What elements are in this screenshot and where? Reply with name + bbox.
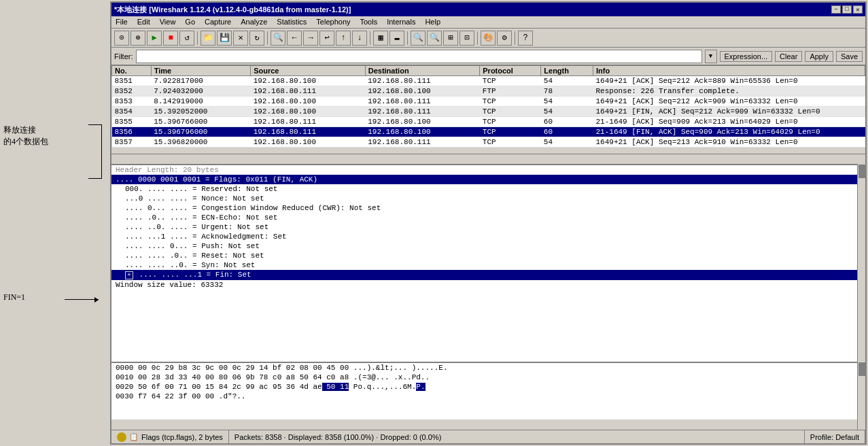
toolbar-interfaces[interactable]: ⊙ xyxy=(114,31,129,46)
toolbar-sep6 xyxy=(515,31,515,45)
filter-bar: Filter: ▼ Expression... Clear Apply Save xyxy=(111,48,865,65)
col-protocol: Protocol xyxy=(480,66,541,76)
detail-scroll-thumb[interactable] xyxy=(858,165,865,178)
toolbar-save[interactable]: 💾 xyxy=(217,31,232,46)
cell-dst: 192.168.80.111 xyxy=(365,107,480,117)
hex-vscroll[interactable] xyxy=(857,362,865,430)
toolbar-up[interactable]: ↑ xyxy=(336,31,351,46)
detail-row[interactable]: .... .... 0... = Push: Not set xyxy=(111,241,865,251)
menu-telephony[interactable]: Telephony xyxy=(315,18,351,27)
annotation-text-fin: FIN=1 xyxy=(3,292,25,303)
toolbar-view1[interactable]: ▦ xyxy=(373,31,388,46)
toolbar-fwd[interactable]: → xyxy=(303,31,318,46)
detail-row[interactable]: .... 0000 0001 0001 = Flags: 0x011 (FIN,… xyxy=(111,175,865,184)
cell-no: 8356 xyxy=(112,127,152,137)
toolbar-reload[interactable]: ↻ xyxy=(249,31,264,46)
horizontal-scrollbar[interactable] xyxy=(111,154,865,162)
table-row[interactable]: 8351 7.922817000 192.168.80.100 192.168.… xyxy=(112,76,865,86)
toolbar-zoom-full[interactable]: ⊡ xyxy=(459,31,474,46)
menu-file[interactable]: File xyxy=(114,18,129,27)
table-row[interactable]: 8357 15.396820000 192.168.80.100 192.168… xyxy=(112,137,865,148)
close-button[interactable]: ✕ xyxy=(853,5,863,14)
cell-time: 8.142919000 xyxy=(151,97,250,107)
cell-time: 7.924032000 xyxy=(151,86,250,97)
cell-info: 1649+21 [ACK] Seq=212 Ack=889 Win=65536 … xyxy=(593,76,865,86)
menu-help[interactable]: Help xyxy=(423,18,442,27)
detail-row[interactable]: 000. .... .... = Reserved: Not set xyxy=(111,184,865,194)
table-row[interactable]: 8353 8.142919000 192.168.80.100 192.168.… xyxy=(112,97,865,107)
cell-no: 8353 xyxy=(112,97,152,107)
cell-src: 192.168.80.100 xyxy=(251,97,366,107)
detail-row[interactable]: Window size value: 63332 xyxy=(111,280,865,290)
toolbar-close[interactable]: ✕ xyxy=(233,31,248,46)
toolbar-jump[interactable]: ↩ xyxy=(319,31,334,46)
table-row[interactable]: 8352 7.924032000 192.168.80.111 192.168.… xyxy=(112,86,865,97)
toolbar-down[interactable]: ↓ xyxy=(352,31,367,46)
detail-row[interactable]: .... 0... .... = Congestion Window Reduc… xyxy=(111,203,865,213)
cell-len: 54 xyxy=(541,107,593,117)
menu-statistics[interactable]: Statistics xyxy=(275,18,308,27)
toolbar-view2[interactable]: ▬ xyxy=(389,31,404,46)
cell-proto: FTP xyxy=(480,86,541,97)
toolbar-zoom-in[interactable]: 🔍 xyxy=(411,31,426,46)
cell-src: 192.168.80.100 xyxy=(251,107,366,117)
status-packets: Packets: 8358 · Displayed: 8358 (100.0%)… xyxy=(229,430,805,443)
toolbar-find[interactable]: 🔍 xyxy=(271,31,285,46)
detail-row[interactable]: .... ..0. .... = Urgent: Not set xyxy=(111,222,865,232)
cell-len: 54 xyxy=(541,76,593,86)
maximize-button[interactable]: □ xyxy=(842,5,852,14)
expression-button[interactable]: Expression... xyxy=(720,51,773,62)
menu-capture[interactable]: Capture xyxy=(203,18,232,27)
toolbar-colorize[interactable]: 🎨 xyxy=(481,31,496,46)
detail-row[interactable]: .... ...1 .... = Acknowledgment: Set xyxy=(111,232,865,241)
save-button[interactable]: Save xyxy=(836,51,863,62)
filter-input[interactable] xyxy=(136,50,702,63)
table-row[interactable]: 8354 15.392052000 192.168.80.100 192.168… xyxy=(112,107,865,117)
clear-button[interactable]: Clear xyxy=(775,51,802,62)
detail-row[interactable]: + .... .... ...1 = Fin: Set xyxy=(111,270,865,280)
cell-dst: 192.168.80.111 xyxy=(365,76,480,86)
hex-row: 0030 f7 64 22 3f 00 00 .d"?.. xyxy=(111,392,865,401)
col-destination: Destination xyxy=(365,66,480,76)
window-title: *本地连接 [Wireshark 1.12.4 (v1.12.4-0-gb486… xyxy=(114,5,351,15)
menu-tools[interactable]: Tools xyxy=(359,18,379,27)
cell-time: 15.396766000 xyxy=(151,117,250,127)
minimize-button[interactable]: − xyxy=(831,5,841,14)
col-length: Length xyxy=(541,66,593,76)
menu-internals[interactable]: Internals xyxy=(385,18,417,27)
toolbar-stop[interactable]: ■ xyxy=(163,31,178,46)
toolbar-zoom-fit[interactable]: ⊞ xyxy=(443,31,458,46)
toolbar-restart[interactable]: ↺ xyxy=(179,31,194,46)
menu-go[interactable]: Go xyxy=(184,18,196,27)
toolbar-play[interactable]: ▶ xyxy=(147,31,162,46)
hex-scroll-thumb[interactable] xyxy=(858,362,865,376)
detail-row[interactable]: ...0 .... .... = Nonce: Not set xyxy=(111,194,865,203)
detail-panel-area: Header Length: 20 bytes .... 0000 0001 0… xyxy=(111,164,865,362)
toolbar-prefs[interactable]: ⚙ xyxy=(497,31,512,46)
toolbar-open[interactable]: 📁 xyxy=(201,31,215,46)
toolbar-help[interactable]: ? xyxy=(518,31,533,46)
toolbar-zoom-out[interactable]: 🔍 xyxy=(427,31,442,46)
detail-row[interactable]: .... .... .0.. = Reset: Not set xyxy=(111,251,865,260)
menu-analyze[interactable]: Analyze xyxy=(239,18,268,27)
cell-len: 78 xyxy=(541,86,593,97)
detail-row[interactable]: .... .0.. .... = ECN-Echo: Not set xyxy=(111,213,865,222)
status-profile: Profile: Default xyxy=(805,430,865,443)
cell-proto: TCP xyxy=(480,76,541,86)
table-row[interactable]: 8355 15.396766000 192.168.80.111 192.168… xyxy=(112,117,865,127)
table-row[interactable]: 8356 15.396796000 192.168.80.111 192.168… xyxy=(112,127,865,137)
hex-row: 0000 00 0c 29 b8 3c 9c 00 0c 29 14 bf 02… xyxy=(111,363,865,373)
arrow xyxy=(65,299,99,300)
toolbar-start[interactable]: ⊚ xyxy=(131,31,145,46)
detail-row[interactable]: .... .... ..0. = Syn: Not set xyxy=(111,260,865,270)
cell-time: 15.392052000 xyxy=(151,107,250,117)
cell-proto: TCP xyxy=(480,107,541,117)
toolbar-back[interactable]: ← xyxy=(287,31,302,46)
detail-header-row: Header Length: 20 bytes xyxy=(111,165,865,175)
filter-dropdown[interactable]: ▼ xyxy=(705,50,717,63)
menu-view[interactable]: View xyxy=(158,18,177,27)
cell-src: 192.168.80.100 xyxy=(251,137,366,148)
apply-button[interactable]: Apply xyxy=(805,51,833,62)
detail-vscroll[interactable] xyxy=(857,164,865,362)
menu-edit[interactable]: Edit xyxy=(136,18,152,27)
